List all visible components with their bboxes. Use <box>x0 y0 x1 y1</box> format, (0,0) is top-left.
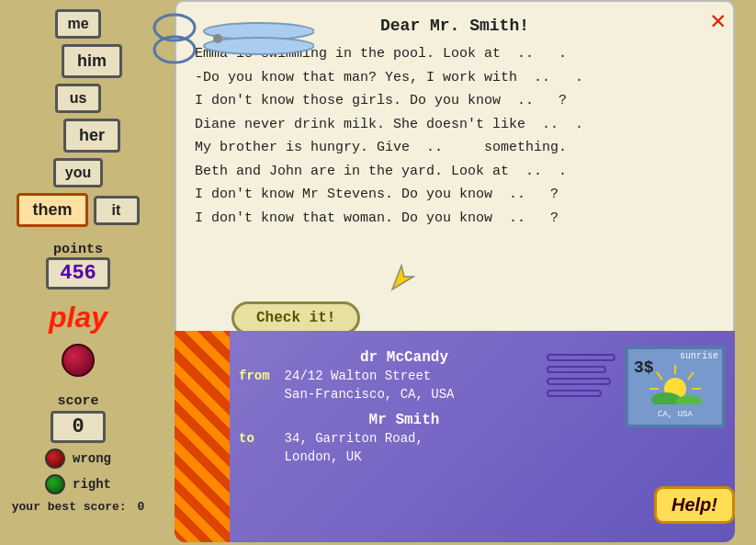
stamp-location: CA, USA <box>628 410 722 419</box>
pronoun-us[interactable]: us <box>55 84 101 113</box>
letter-line-2: -Do you know that man? Yes, I work with … <box>195 66 715 90</box>
pronoun-her[interactable]: her <box>63 119 120 153</box>
right-label: right <box>73 477 111 492</box>
points-value: 456 <box>46 257 110 290</box>
envelope-content: dr McCandy from 24/12 Walton Street San-… <box>239 349 570 467</box>
letter-line-3: I don't know those girls. Do you know ..… <box>195 89 715 113</box>
points-section: points 456 <box>46 242 110 290</box>
help-button[interactable]: Help! <box>654 486 735 524</box>
to-block: to 34, Garriton Road, <box>239 430 570 447</box>
from-label: from <box>239 369 276 383</box>
pm-line-2 <box>547 366 606 373</box>
pronoun-him[interactable]: him <box>62 44 122 78</box>
from-line1: 24/12 Walton Street <box>285 369 432 383</box>
svg-point-4 <box>213 34 222 43</box>
score-label: score <box>51 393 105 409</box>
envelope-area: dr McCandy from 24/12 Walton Street San-… <box>156 331 753 542</box>
envelope-stripes-decoration <box>175 331 230 542</box>
score-value: 0 <box>51 411 105 443</box>
play-button[interactable]: play <box>49 301 107 335</box>
right-icon <box>45 474 65 494</box>
recipient-name: Mr Smith <box>239 412 570 428</box>
best-score-value: 0 <box>137 500 144 514</box>
right-legend: right <box>45 474 111 494</box>
stamp-value: 3$ <box>634 358 654 377</box>
pronoun-me[interactable]: me <box>55 9 101 39</box>
wrong-icon <box>45 448 65 469</box>
to-line2-block: London, UK <box>239 448 570 465</box>
to-line2: London, UK <box>285 449 362 464</box>
best-score-row: your best score: 0 <box>12 500 144 514</box>
letter-line-6: Beth and John are in the yard. Look at .… <box>195 160 715 184</box>
wrong-legend: wrong <box>45 448 111 469</box>
letter-lines: Emma is swimming in the pool. Look at ..… <box>195 42 715 230</box>
svg-line-10 <box>657 372 662 380</box>
sender-name: dr McCandy <box>239 349 570 366</box>
to-line1: 34, Garriton Road, <box>285 431 423 446</box>
letter-line-8: I don't know that woman. Do you know .. … <box>195 207 715 231</box>
points-label: points <box>46 242 110 257</box>
scissors-icon <box>149 11 314 66</box>
pm-line-1 <box>547 354 615 361</box>
left-panel: me him us her you them it points 456 pla… <box>0 0 156 545</box>
check-button[interactable]: Check it! <box>231 301 360 335</box>
stamp: sunrise 3$ CA, USA <box>625 346 726 428</box>
pronoun-it[interactable]: it <box>94 196 140 225</box>
pm-line-3 <box>547 378 611 385</box>
pronoun-you[interactable]: you <box>53 158 103 187</box>
pronoun-them[interactable]: them <box>17 193 87 227</box>
svg-marker-5 <box>392 266 413 290</box>
main-area: ✕ Dear Mr. Smith! Emma is swimming in th… <box>156 0 756 545</box>
wrong-label: wrong <box>73 451 111 466</box>
letter-line-5: My brother is hungry. Give .. something. <box>195 136 715 160</box>
letter-line-4: Diane never drink milk. She doesn't like… <box>195 113 715 137</box>
best-score-label: your best score: <box>12 500 127 514</box>
drag-cursor-icon <box>388 264 415 291</box>
close-button[interactable]: ✕ <box>710 9 726 35</box>
stamp-sun-icon <box>648 363 703 404</box>
svg-line-7 <box>688 372 694 380</box>
letter-paper: ✕ Dear Mr. Smith! Emma is swimming in th… <box>175 0 735 349</box>
to-label: to <box>239 431 276 446</box>
postmark-decoration <box>547 354 620 409</box>
from-block: from 24/12 Walton Street <box>239 368 570 384</box>
letter-line-7: I don't know Mr Stevens. Do you know .. … <box>195 183 715 207</box>
pm-line-4 <box>547 390 602 397</box>
from-line2: San-Francisco, CA, USA <box>285 387 455 402</box>
score-section: score 0 <box>51 393 105 443</box>
from-line2-block: San-Francisco, CA, USA <box>239 386 570 403</box>
play-circle-icon <box>62 344 95 377</box>
